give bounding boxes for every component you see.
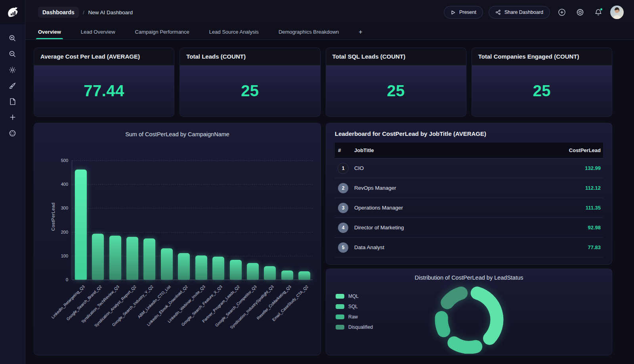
legend-swatch (336, 294, 344, 299)
legend-item-sql[interactable]: SQL (336, 304, 373, 309)
tab-lead-overview[interactable]: Lead Overview (81, 25, 115, 39)
leaderboard-row-1[interactable]: 1CIO132.99 (335, 158, 603, 178)
add-tab-button[interactable]: + (359, 25, 362, 39)
donut-segment-mql[interactable] (477, 293, 497, 338)
legend-item-disqualified[interactable]: Disqualified (336, 324, 373, 330)
bar-Syndication_Analyst_Report_Q2[interactable] (126, 237, 138, 280)
gridline (72, 184, 313, 185)
x-axis-label: LinkedIn_Retargeting_Q3 (50, 284, 85, 319)
y-axis-tick: 300 (61, 206, 68, 210)
kpi-value: 25 (241, 82, 259, 100)
breadcrumb-dashboards[interactable]: Dashboards (38, 7, 79, 18)
costperlead-cell: 111.35 (552, 205, 603, 211)
bar-Syndication_IndustrySpotlight_Q3[interactable] (264, 266, 276, 280)
legend-swatch (336, 325, 344, 330)
avatar[interactable] (610, 6, 624, 19)
rank-badge: 3 (338, 203, 348, 213)
leaderboard-table: # JobTitle CostPerLead 1CIO132.992RevOps… (335, 143, 603, 257)
bar-Partner_Program_Leads_Q2[interactable] (230, 260, 242, 280)
kpi-body: 77.44 (34, 65, 174, 116)
tab-demographics-breakdown[interactable]: Demographics Breakdown (279, 25, 339, 39)
top-header: Dashboards / New AI Dashboard Present Sh (25, 0, 634, 25)
donut-chart (430, 282, 509, 354)
rank-cell: 5 (335, 242, 354, 253)
kpi-card[interactable]: Average Cost Per Lead (AVERAGE)77.44 (34, 48, 174, 117)
plus-circle-icon[interactable] (556, 6, 568, 19)
main-area: Dashboards / New AI Dashboard Present Sh (25, 0, 634, 364)
rank-badge: 5 (338, 242, 348, 253)
bar-Google_Search_Industry_Y_Q2[interactable] (143, 238, 155, 280)
job-title-cell: CIO (354, 165, 552, 171)
leaderboard-card[interactable]: Leaderboard for CostPerLead by JobTitle … (326, 123, 612, 265)
share-nodes-icon (495, 10, 501, 15)
rank-cell: 2 (335, 183, 354, 193)
tab-overview[interactable]: Overview (38, 25, 61, 39)
legend-label: Raw (348, 314, 358, 320)
settings-gear-icon[interactable] (5, 62, 21, 78)
leaderboard-row-4[interactable]: 4Director of Marketing92.98 (335, 218, 603, 238)
bar-LinkedIn_Webinar_Invite_Q3[interactable] (195, 255, 207, 280)
share-dashboard-button[interactable]: Share Dashboard (489, 6, 550, 19)
dashboard-content: Average Cost Per Lead (AVERAGE)77.44Tota… (25, 40, 634, 364)
notifications-bell-icon[interactable] (592, 6, 605, 19)
paintbrush-icon[interactable] (5, 78, 21, 93)
dashboard-app: Dashboards / New AI Dashboard Present Sh (0, 0, 634, 364)
bar-LinkedIn_Ebook_Download_Q2[interactable] (178, 253, 190, 280)
leaderboard-title: Leaderboard for CostPerLead by JobTitle … (326, 123, 612, 137)
header-actions: Present Share Dashboard (444, 6, 624, 19)
donut-segment-disqualified[interactable] (447, 293, 461, 303)
tab-bar: OverviewLead OverviewCampaign Performanc… (25, 25, 634, 40)
zoom-out-icon[interactable] (5, 46, 21, 62)
bar-Reseller_CoMarketing_Q3[interactable] (281, 271, 293, 280)
kpi-card[interactable]: Total SQL Leads (COUNT)25 (326, 48, 466, 117)
costperlead-cell: 77.83 (552, 244, 603, 250)
legend-item-mql[interactable]: MQL (336, 293, 373, 299)
column-header-jobtitle: JobTitle (354, 147, 552, 153)
kpi-value: 77.44 (84, 82, 124, 100)
kpi-body: 25 (180, 65, 320, 116)
column-header-rank: # (335, 147, 354, 153)
bar-Email_CaseStudy_CTA_Q2[interactable] (298, 271, 310, 280)
rank-badge: 1 (338, 163, 348, 173)
bar-Syndication_TechReview_Q3[interactable] (109, 236, 121, 280)
donut-segment-sql[interactable] (454, 343, 476, 347)
bar-Google_Search_Brand_Q2[interactable] (92, 234, 104, 280)
legend-item-raw[interactable]: Raw (336, 314, 373, 320)
play-icon (451, 10, 456, 15)
bar-Google_Search_Feature_X_Q3[interactable] (212, 257, 224, 280)
document-icon[interactable] (5, 93, 21, 109)
legend-label: Disqualified (348, 324, 373, 330)
zoom-in-icon[interactable] (5, 30, 21, 46)
job-title-cell: Data Analyst (354, 244, 552, 250)
settings-gear-icon[interactable] (574, 6, 586, 19)
breadcrumb-separator: / (83, 10, 84, 15)
kpi-card[interactable]: Total Companies Engaged (COUNT)25 (472, 48, 612, 117)
present-button[interactable]: Present (444, 6, 483, 19)
bar-ABM_LinkedIn_CTO_List[interactable] (161, 248, 173, 280)
kpi-title: Total SQL Leads (COUNT) (326, 48, 466, 65)
plus-icon[interactable] (5, 109, 21, 125)
leaderboard-row-3[interactable]: 3Operations Manager111.35 (335, 198, 603, 218)
donut-chart-card[interactable]: Distribution of CostPerLead by LeadStatu… (326, 269, 612, 355)
breadcrumb: Dashboards / New AI Dashboard (38, 7, 133, 18)
leaderboard-header-row: # JobTitle CostPerLead (335, 143, 603, 158)
donut-segment-raw[interactable] (441, 318, 443, 331)
leaderboard-row-5[interactable]: 5Data Analyst77.83 (335, 238, 603, 257)
palette-icon[interactable] (5, 125, 21, 141)
app-logo[interactable] (0, 0, 25, 25)
bar-chart-card[interactable]: Sum of CostPerLead by CampaignName CostP… (34, 123, 321, 355)
rank-cell: 3 (335, 203, 354, 213)
bar-Google_Search_Competitor_Q3[interactable] (247, 263, 259, 280)
tab-lead-source-analysis[interactable]: Lead Source Analysis (209, 25, 259, 39)
leaderboard-row-2[interactable]: 2RevOps Manager112.12 (335, 178, 603, 198)
tab-campaign-performance[interactable]: Campaign Performance (135, 25, 189, 39)
costperlead-cell: 112.12 (552, 185, 603, 191)
gridline (72, 160, 313, 161)
kpi-value: 25 (533, 82, 551, 100)
legend-label: SQL (348, 304, 358, 309)
charts-row: Sum of CostPerLead by CampaignName CostP… (34, 123, 612, 355)
gridline (72, 208, 313, 208)
kpi-card[interactable]: Total Leads (COUNT)25 (180, 48, 320, 117)
bar-LinkedIn_Retargeting_Q3[interactable] (75, 170, 87, 280)
x-axis-label: Email_CaseStudy_CTA_Q2 (271, 284, 309, 322)
